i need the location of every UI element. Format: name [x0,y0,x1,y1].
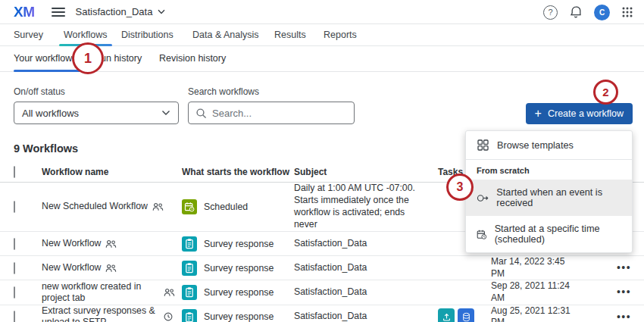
browse-templates-icon [477,139,489,152]
status-filter-select[interactable]: All workflows [14,102,179,124]
row-checkbox[interactable] [14,311,15,322]
last-modified: Aug 25, 2021 12:31 PM [491,305,574,322]
annotation-step-2: 2 [593,80,618,105]
starter-label: Survey response [204,311,274,322]
annotation-step-1: 1 [72,42,104,74]
starter-label: Scheduled [204,202,248,212]
workflow-name[interactable]: new workflow created in project tab [42,281,159,305]
notifications-bell-icon[interactable] [569,5,583,19]
project-switcher[interactable]: Satisfaction_Data [76,6,166,17]
tab-reports[interactable]: Reports [324,30,357,40]
workflow-name[interactable]: New Workflow [42,262,101,274]
workflows-page: XM Satisfaction_Data ? C Survey Workflow… [0,0,644,322]
search-input[interactable] [212,108,326,119]
chevron-down-icon [161,110,170,116]
workflow-table-row: New WorkflowSurvey responseSatisfaction_… [0,256,644,280]
project-nav: Survey Workflows Distributions Data & An… [0,24,644,46]
event-icon [477,193,489,203]
menu-item-scheduled-workflow[interactable]: Started at a specific time (scheduled) [466,216,632,252]
starter-label: Survey response [204,287,274,298]
workflow-name[interactable]: New Scheduled Workflow [42,201,148,212]
workflow-table-row: Extract survey responses & upload to SFT… [0,305,644,322]
workflow-subject: Satisfaction_Data [294,311,438,322]
tab-workflows[interactable]: Workflows [64,30,107,40]
clock-icon [164,312,173,321]
starter-label: Survey response [204,263,274,274]
starter-label: Survey response [204,239,274,249]
row-checkbox[interactable] [14,286,15,299]
create-workflow-menu: Browse templates From scratch Started wh… [465,130,633,253]
search-filter-label: Search workflows [188,86,259,97]
workflow-table-row: new workflow created in project tabSurve… [0,280,644,305]
xm-logo: XM [14,4,35,20]
workflow-name[interactable]: Extract survey responses & upload to SFT… [42,305,159,322]
scheduled-event-icon [182,199,197,214]
workflow-subject: Satisfaction_Data [294,286,438,299]
subtab-revision-history[interactable]: Revision history [159,53,226,64]
tab-results[interactable]: Results [274,30,306,40]
status-filter-label: On/off status [14,86,65,97]
workflow-subject: Satisfaction_Data [294,262,438,274]
schedule-icon [477,228,487,241]
hamburger-menu-icon[interactable] [52,8,65,17]
status-filter-value: All workflows [22,108,79,119]
annotation-step-3: 3 [446,174,474,201]
workflow-subject: Daily at 1:00 AM UTC -07:00. Starts imme… [294,183,438,231]
avatar[interactable]: C [594,5,610,20]
survey-event-icon [182,236,197,252]
workflow-name[interactable]: New Workflow [42,238,101,249]
tab-data-analysis[interactable]: Data & Analysis [192,30,259,40]
search-field-wrap [188,102,355,124]
header-subject: Subject [294,167,438,177]
survey-event-icon [182,285,197,300]
workflow-count-heading: 9 Workflows [14,142,78,155]
people-icon [105,239,117,249]
row-checkbox[interactable] [14,262,15,274]
plus-icon: + [535,108,542,120]
chevron-down-icon [158,9,165,14]
help-icon[interactable]: ? [543,5,558,20]
people-icon [164,288,175,297]
people-icon [152,202,164,211]
subtab-your-workflows[interactable]: Your workflows [14,53,77,64]
menu-item-browse-templates[interactable]: Browse templates [466,131,632,159]
create-workflow-button[interactable]: + Create a workflow [526,103,633,124]
search-icon [195,108,207,119]
select-all-checkbox[interactable] [14,166,15,178]
header-workflow-name: Workflow name [42,167,182,177]
workflow-subject: Satisfaction_Data [294,238,438,250]
app-grid-icon[interactable] [621,6,633,18]
header-starter: What starts the workflow [182,167,294,177]
project-title: Satisfaction_Data [76,6,153,17]
extract-upload-icon[interactable] [438,308,455,322]
active-subtab-underline [14,70,80,72]
survey-event-icon [182,309,197,322]
row-checkbox[interactable] [14,201,15,213]
menu-section-label: From scratch [466,160,632,180]
tab-survey[interactable]: Survey [14,30,43,40]
top-bar: XM Satisfaction_Data ? C [0,0,644,24]
row-actions-menu-icon[interactable]: ••• [617,286,636,298]
last-modified: Mar 14, 2022 3:45 PM [491,256,574,280]
last-modified: Sep 28, 2021 11:24 AM [491,280,574,304]
row-actions-menu-icon[interactable]: ••• [617,261,636,274]
menu-item-event-workflow[interactable]: Started when an event is received [466,180,632,216]
survey-event-icon [182,261,197,276]
row-checkbox[interactable] [14,238,15,250]
web-service-icon[interactable] [458,308,474,322]
row-actions-menu-icon[interactable]: ••• [617,311,636,322]
people-icon [105,264,117,273]
tab-distributions[interactable]: Distributions [121,30,174,40]
